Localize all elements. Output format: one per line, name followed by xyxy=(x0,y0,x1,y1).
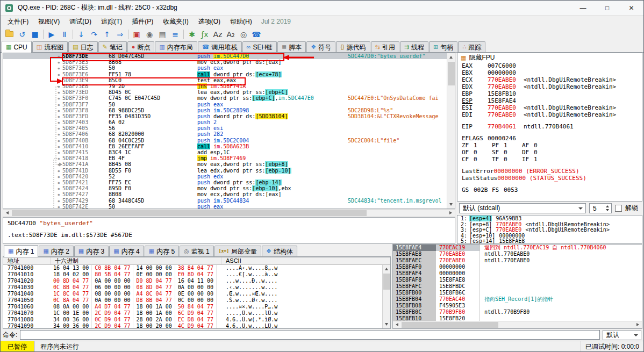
register-row[interactable]: GS002BFS0053 xyxy=(457,186,642,193)
convention-dropdown[interactable]: 默认 (stdcall) xyxy=(459,203,586,213)
tab-watch-1[interactable]: ◎监视 1 xyxy=(180,246,214,256)
pause-button[interactable]: Ⅱ xyxy=(58,28,71,40)
menu-item-debug[interactable]: 调试(D) xyxy=(65,16,96,27)
menu-item-file[interactable]: 文件(F) xyxy=(3,16,33,27)
argument-row[interactable]: 5:[esp+14]15E8FAE8 xyxy=(457,239,642,244)
register-row[interactable]: EIP770B4061ntdll.770B4061 xyxy=(457,123,642,130)
register-row[interactable]: ZF1PF1AF0 xyxy=(457,142,642,149)
disasm-hscrollbar[interactable] xyxy=(3,209,455,217)
disasm-row[interactable]: ●5D8F73F0C745 0C E047C45Dmov dword ptr s… xyxy=(3,95,447,101)
step-over-button[interactable]: ↷ xyxy=(88,28,101,40)
dump-row[interactable]: 7704106008 0A 00 00A4 D7 04 7718 00 1A 0… xyxy=(3,304,382,310)
breakpoints-button[interactable]: ▣ xyxy=(130,28,143,40)
disasm-row[interactable]: ●5D8F740668 82020000push 282 xyxy=(3,131,447,137)
tab-call-stack[interactable]: ☎调用堆栈 xyxy=(198,41,242,52)
register-row[interactable]: ECX770EABE0<ntdll.DbgUiRemoteBreakin> xyxy=(457,76,642,83)
tab-breakpoints[interactable]: ●断点 xyxy=(127,41,155,52)
register-row[interactable]: EDX770EABE0<ntdll.DbgUiRemoteBreakin> xyxy=(457,83,642,90)
scroll-left-arrow[interactable] xyxy=(393,321,401,328)
stack-row[interactable]: 15E8FAF400000000 xyxy=(393,270,642,277)
stack-pane[interactable]: 15E8FAE4770EAC19返回到 ntdll.770EAC19 自 ntd… xyxy=(392,244,642,329)
memory-map-button[interactable]: ▤ xyxy=(156,28,169,40)
stack-hscrollbar[interactable] xyxy=(393,321,642,328)
tab-memory-4[interactable]: ▦内存 4 xyxy=(109,246,144,256)
stack-row[interactable]: 15E8FB0C770B9F80ntdll.770B9F80 xyxy=(393,309,642,315)
register-row[interactable]: EDI770EABE0<ntdll.DbgUiRemoteBreakin> xyxy=(457,111,642,118)
disasm-row[interactable]: ●5D8F73F750push eax xyxy=(3,102,447,107)
dump-row[interactable]: 7704108034 00 36 000C D9 04 7728 00 2A 0… xyxy=(3,317,382,323)
argument-count-spinner[interactable]: 5 xyxy=(589,203,612,213)
menu-item-help[interactable]: 帮助(H) xyxy=(225,16,257,27)
calculator-button[interactable]: ƒx xyxy=(198,28,211,40)
tab-notes[interactable]: ✎笔记 xyxy=(98,41,127,52)
disasm-row[interactable]: ●5D8F74278B08mov ecx,dword ptr ds:[eax] xyxy=(3,191,447,197)
tab-struct[interactable]: ❖结构体 xyxy=(262,246,297,256)
scroll-right-arrow[interactable] xyxy=(634,321,642,328)
dump-row[interactable]: 7704100016 04 13 00C0 8B 04 7714 00 00 0… xyxy=(3,265,382,271)
disasm-row[interactable]: ●5D8F74036A 02push 2 xyxy=(3,119,447,125)
disasm-row[interactable]: ●5D8F7418EB 4Fjmp im.5D8F7469 xyxy=(3,155,447,161)
font-button[interactable]: A₂ xyxy=(224,28,237,40)
tab-trace[interactable]: ∴跟踪 xyxy=(458,41,485,52)
trace-record-button[interactable]: ◉ xyxy=(143,28,156,40)
disasm-row[interactable]: ●5D8F73DE68 D047C45Dpush im.5DC447D05DC4… xyxy=(3,53,447,59)
scroll-up-arrow[interactable] xyxy=(383,265,391,273)
dump-row[interactable]: 7704109034 00 36 002C D9 04 7718 00 20 0… xyxy=(3,323,382,328)
disasm-row[interactable]: ●5D8F73FDFF35 0481D35Dpush dword ptr ds:… xyxy=(3,113,447,119)
scrollbar-thumb[interactable] xyxy=(402,322,498,328)
disasm-row[interactable]: ●5D8F741583C4 1Cadd esp,1C xyxy=(3,149,447,155)
tab-memory-map[interactable]: ▥内存布局 xyxy=(155,41,197,52)
disasm-row[interactable]: ●5D8F73F868 988DC25Dpush im.5DC28D985DC2… xyxy=(3,107,447,113)
unlock-checkbox[interactable] xyxy=(615,205,622,212)
dump-row[interactable]: 770410300C 8B 04 7706 00 00 0008 8D 04 7… xyxy=(3,284,382,291)
tab-memory-1[interactable]: ▦内存 1 xyxy=(4,245,38,257)
hide-fpu-button[interactable]: ▦ 隐藏FPU xyxy=(457,53,642,62)
maximize-button[interactable]: □ xyxy=(595,1,619,15)
tab-source[interactable]: {}源代码 xyxy=(336,41,370,52)
disasm-row[interactable]: ●5D8F73E6FF51 78call dword ptr ds:[ecx+7… xyxy=(3,71,447,77)
minimize-button[interactable]: — xyxy=(571,1,595,15)
scrollbar-thumb[interactable] xyxy=(383,274,390,290)
menu-item-plugins[interactable]: 插件(P) xyxy=(127,16,158,27)
tab-graph[interactable]: ◫流程图 xyxy=(32,41,68,52)
disasm-row[interactable]: ●5D8F742968 3448C45Dpush im.5DC448345DC4… xyxy=(3,198,447,204)
disasm-row[interactable]: ●5D8F741A8B45 08mov eax,dword ptr ss:[eb… xyxy=(3,161,447,167)
disasm-row[interactable]: ●5D8F742E50push eax xyxy=(3,204,447,209)
disasm-row[interactable]: ●5D8F73E985C0test eax,eax xyxy=(3,77,447,83)
tab-symbols[interactable]: ❖符号 xyxy=(306,41,335,52)
patches-button[interactable]: ≡ xyxy=(169,28,182,40)
dump-row[interactable]: 770410701C 00 1E 002C D9 04 7718 00 1A 0… xyxy=(3,310,382,317)
disasm-row[interactable]: ●5D8F740556push esi xyxy=(3,125,447,131)
scroll-down-arrow[interactable] xyxy=(447,200,455,209)
tab-references[interactable]: ⇆引用 xyxy=(371,41,399,52)
restart-button[interactable]: ↺ xyxy=(16,28,28,40)
stack-row[interactable]: 15E8FB08F45905E3 xyxy=(393,303,642,309)
preferences-button[interactable]: ✱ xyxy=(185,28,198,40)
scrollbar-thumb[interactable] xyxy=(448,62,455,85)
menu-item-favourites[interactable]: 收藏夹(I) xyxy=(158,16,193,27)
open-file-button[interactable] xyxy=(3,28,16,40)
tab-script[interactable]: ≣脚本 xyxy=(277,41,306,52)
register-row[interactable]: EBX00000000 xyxy=(457,69,642,76)
register-row[interactable]: EAX007C6000 xyxy=(457,62,642,69)
register-row[interactable]: EBP15E8FB10 xyxy=(457,90,642,97)
step-into-button[interactable]: ↓ xyxy=(75,28,88,40)
disasm-row[interactable]: ●5D8F742052push edx xyxy=(3,174,447,179)
dump-row[interactable]: 7704101018 04 02 0080 5B 04 770E 00 00 0… xyxy=(3,271,382,278)
dump-row[interactable]: 770410500C 8A 04 770A 00 00 00D8 8B 04 7… xyxy=(3,297,382,304)
register-row[interactable]: LastError00000000 (ERROR_SUCCESS) xyxy=(457,168,642,175)
stack-row[interactable]: 15E8FAF000000000 xyxy=(393,264,642,270)
menu-item-view[interactable]: 视图(V) xyxy=(33,16,65,27)
tab-log[interactable]: ▤日志 xyxy=(68,41,97,52)
dump-pane[interactable]: 地址 十六进制 ASCII 7704100016 04 13 00C0 8B 0… xyxy=(3,257,391,329)
stack-row[interactable]: 15E8FAFC15E8FBDC xyxy=(393,283,642,290)
step-out-button[interactable]: ↑ xyxy=(101,28,113,40)
tab-memory-3[interactable]: ▦内存 3 xyxy=(74,246,109,256)
tab-memory-5[interactable]: ▦内存 5 xyxy=(145,246,179,256)
assemble-button[interactable]: Az xyxy=(211,28,224,40)
menu-item-trace[interactable]: 追踪(T) xyxy=(96,16,127,27)
tab-locals[interactable]: [x=]局部变量 xyxy=(214,246,261,256)
scroll-right-arrow[interactable] xyxy=(447,210,455,217)
disasm-row[interactable]: ●5D8F73EB79 2Djns im.5D8F741A xyxy=(3,83,447,89)
disasm-row[interactable]: ●5D8F740B68 04C0C25Dpush im.5DC2C0045DC2… xyxy=(3,138,447,143)
